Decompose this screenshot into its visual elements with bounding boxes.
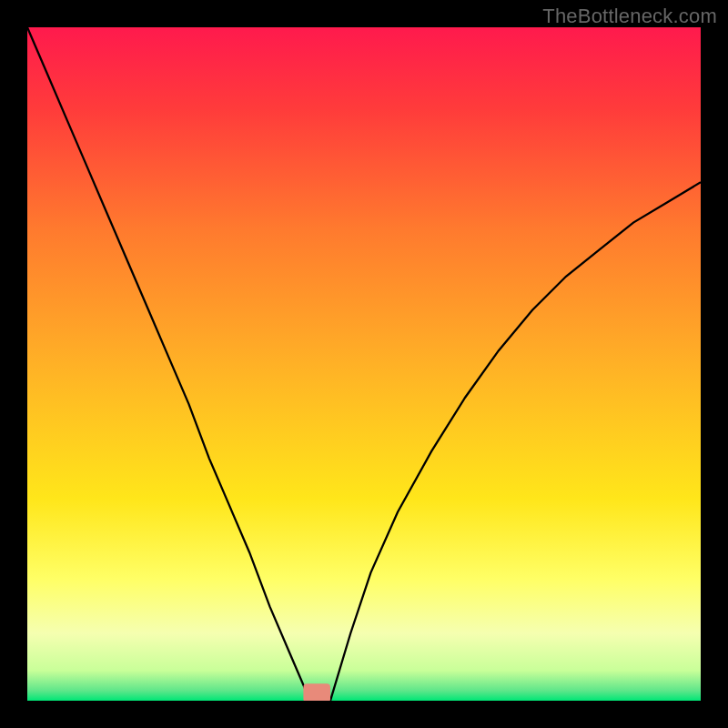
watermark-text: TheBottleneck.com [542,5,717,28]
plot-area [27,27,701,701]
heatmap-background [27,27,701,701]
chart-frame: TheBottleneck.com [0,0,728,728]
chart-svg [27,27,701,701]
optimal-point-marker [303,683,330,701]
